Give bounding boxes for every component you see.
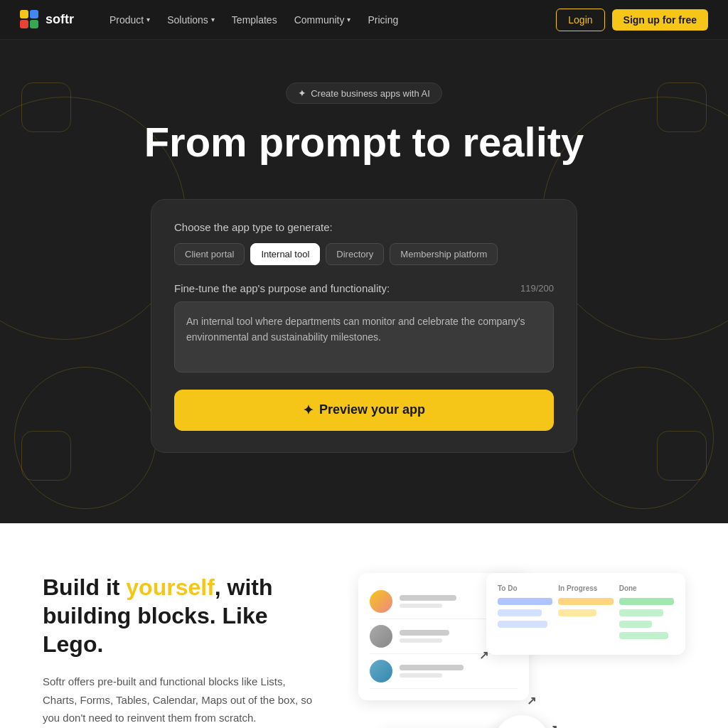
navbar: softr Product ▾ Solutions ▾ Templates Co… bbox=[0, 0, 728, 40]
avatar bbox=[370, 590, 392, 613]
fine-tune-textarea[interactable]: An internal tool where departments can m… bbox=[174, 301, 554, 373]
lower-section: Build it yourself, with building blocks.… bbox=[0, 523, 728, 728]
char-count: 119/200 bbox=[520, 283, 554, 294]
expand-icon: ↗ bbox=[527, 694, 536, 707]
lower-heading: Build it yourself, with building blocks.… bbox=[43, 573, 316, 658]
kanban-card: To Do In Progress Done bbox=[486, 573, 685, 655]
nav-links: Product ▾ Solutions ▾ Templates Communit… bbox=[102, 10, 556, 30]
kanban-columns: To Do In Progress Done bbox=[498, 584, 674, 643]
person-sub-bar bbox=[400, 604, 442, 608]
lower-visuals: ↗ To Do In Progress Done bbox=[358, 573, 685, 728]
person-row bbox=[370, 654, 518, 689]
svg-rect-0 bbox=[20, 10, 28, 18]
person-sub-bar bbox=[400, 638, 442, 643]
nav-item-templates[interactable]: Templates bbox=[225, 10, 284, 30]
deco-circle-br bbox=[572, 367, 714, 509]
chevron-down-icon: ▾ bbox=[211, 16, 215, 23]
lower-text: Build it yourself, with building blocks.… bbox=[43, 573, 316, 728]
kanban-col-inprogress: In Progress bbox=[558, 584, 613, 643]
svg-rect-1 bbox=[30, 10, 38, 18]
deco-circle-bl bbox=[14, 367, 156, 509]
app-type-label: Choose the app type to generate: bbox=[174, 221, 554, 233]
chevron-down-icon: ▾ bbox=[146, 16, 150, 23]
center-widget bbox=[493, 715, 550, 728]
type-btn-directory[interactable]: Directory bbox=[326, 243, 384, 265]
avatar bbox=[370, 625, 392, 648]
logo[interactable]: softr bbox=[20, 10, 74, 30]
login-button[interactable]: Login bbox=[556, 9, 604, 31]
kanban-col-todo: To Do bbox=[498, 584, 552, 643]
type-btn-client-portal[interactable]: Client portal bbox=[174, 243, 245, 265]
chevron-down-icon: ▾ bbox=[347, 16, 350, 23]
expand-icon: ↗ bbox=[548, 722, 557, 728]
preview-app-button[interactable]: ✦ Preview your app bbox=[174, 390, 554, 431]
softr-logo-icon bbox=[20, 10, 40, 30]
person-sub-bar bbox=[400, 673, 442, 678]
hero-section: ✦ Create business apps with AI From prom… bbox=[0, 40, 728, 523]
ai-badge: ✦ Create business apps with AI bbox=[286, 82, 442, 104]
nav-item-pricing[interactable]: Pricing bbox=[360, 10, 405, 30]
svg-rect-2 bbox=[20, 20, 28, 28]
sparkle-icon: ✦ bbox=[298, 87, 306, 99]
sparkle-icon: ✦ bbox=[303, 402, 314, 418]
signup-button[interactable]: Sign up for free bbox=[612, 9, 708, 31]
fine-tune-label: Fine-tune the app's purpose and function… bbox=[174, 282, 390, 294]
nav-item-community[interactable]: Community ▾ bbox=[287, 10, 358, 30]
kanban-col-done: Done bbox=[619, 584, 674, 643]
expand-icon: ↗ bbox=[479, 648, 488, 662]
deco-square-tr bbox=[657, 82, 707, 132]
person-name-bar bbox=[400, 665, 464, 670]
app-type-buttons: Client portal Internal tool Directory Me… bbox=[174, 243, 554, 265]
nav-item-product[interactable]: Product ▾ bbox=[102, 10, 157, 30]
type-btn-membership[interactable]: Membership platform bbox=[390, 243, 498, 265]
deco-square-tl bbox=[21, 82, 71, 132]
person-name-bar bbox=[400, 595, 456, 601]
hero-title: From prompt to reality bbox=[144, 119, 584, 165]
logo-text: softr bbox=[46, 12, 74, 27]
nav-item-solutions[interactable]: Solutions ▾ bbox=[160, 10, 222, 30]
app-generator: Choose the app type to generate: Client … bbox=[151, 199, 577, 453]
svg-rect-3 bbox=[30, 20, 38, 28]
fine-tune-header: Fine-tune the app's purpose and function… bbox=[174, 282, 554, 294]
person-name-bar bbox=[400, 630, 449, 636]
lower-desc-1: Softr offers pre-built and functional bl… bbox=[43, 673, 316, 727]
avatar bbox=[370, 660, 392, 682]
type-btn-internal-tool[interactable]: Internal tool bbox=[250, 243, 320, 265]
nav-actions: Login Sign up for free bbox=[556, 9, 708, 31]
